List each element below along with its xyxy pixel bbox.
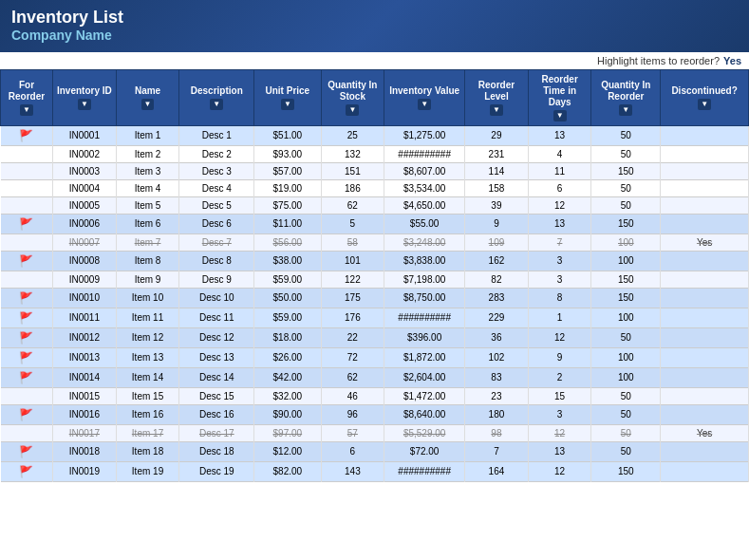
reorder-lvl-dropdown[interactable]: ▼ — [490, 104, 503, 116]
flag-icon: 🚩 — [19, 217, 33, 231]
quantity-in-stock: 57 — [321, 424, 384, 441]
flag-icon: 🚩 — [19, 371, 33, 384]
inventory-value: ########## — [384, 145, 465, 162]
table-row: IN0009Item 9Desc 9$59.00122$7,198.008231… — [1, 271, 749, 288]
reorder-days-dropdown[interactable]: ▼ — [553, 110, 567, 121]
quantity-in-stock: 96 — [321, 404, 384, 424]
flag-cell: 🚩 — [1, 441, 53, 461]
item-name: Item 11 — [116, 308, 179, 327]
unit-price: $50.00 — [254, 288, 321, 308]
reorder-days: 12 — [528, 327, 591, 347]
flag-cell: 🚩 — [1, 404, 53, 424]
qty-reorder-dropdown[interactable]: ▼ — [619, 104, 632, 116]
unit-price: $38.00 — [254, 251, 321, 271]
price-dropdown[interactable]: ▼ — [281, 99, 294, 110]
unit-price: $51.00 — [254, 125, 321, 145]
item-description: Desc 8 — [179, 251, 254, 271]
inventory-value: $3,248.00 — [384, 233, 465, 251]
table-row: 🚩IN0018Item 18Desc 18$12.006$72.0071350 — [1, 441, 749, 461]
inventory-id: IN0018 — [53, 441, 117, 461]
quantity-reorder: 50 — [591, 424, 661, 441]
col-header-inv-value: Inventory Value ▼ — [384, 70, 465, 126]
inventory-value: $1,472.00 — [384, 387, 465, 404]
discontinued-status: Yes — [661, 233, 749, 251]
item-name: Item 9 — [116, 271, 179, 288]
unit-price: $12.00 — [254, 441, 321, 461]
inventory-id: IN0002 — [53, 145, 117, 162]
flag-dropdown[interactable]: ▼ — [20, 104, 33, 116]
quantity-reorder: 50 — [591, 387, 661, 404]
quantity-reorder: 100 — [591, 367, 661, 387]
item-name: Item 13 — [116, 347, 179, 367]
item-name: Item 19 — [116, 461, 179, 481]
quantity-in-stock: 122 — [321, 271, 384, 288]
item-name: Item 6 — [116, 214, 179, 233]
inventory-id: IN0019 — [53, 461, 117, 481]
table-row: 🚩IN0011Item 11Desc 11$59.00176##########… — [1, 308, 749, 327]
inventory-id: IN0001 — [53, 125, 117, 145]
quantity-in-stock: 5 — [321, 214, 384, 233]
item-name: Item 15 — [116, 387, 179, 404]
item-name: Item 16 — [116, 404, 179, 424]
inventory-value: $3,838.00 — [384, 251, 465, 271]
discontinued-status — [661, 347, 749, 367]
discontinued-status — [661, 214, 749, 233]
quantity-in-stock: 6 — [321, 441, 384, 461]
item-name: Item 8 — [116, 251, 179, 271]
desc-dropdown[interactable]: ▼ — [210, 99, 223, 110]
discontinued-status — [661, 327, 749, 347]
reorder-days: 9 — [528, 347, 591, 367]
quantity-reorder: 50 — [591, 125, 661, 145]
reorder-level: 36 — [465, 327, 529, 347]
reorder-days: 6 — [528, 179, 591, 196]
reorder-level: 98 — [465, 424, 529, 441]
inventory-value: $1,275.00 — [384, 125, 465, 145]
quantity-in-stock: 151 — [321, 162, 384, 179]
unit-price: $93.00 — [254, 145, 321, 162]
table-row: IN0003Item 3Desc 3$57.00151$8,607.001141… — [1, 162, 749, 179]
inventory-value: ########## — [384, 308, 465, 327]
reorder-level: 23 — [465, 387, 529, 404]
col-header-qty-stock: Quantity In Stock ▼ — [321, 70, 384, 126]
unit-price: $56.00 — [254, 233, 321, 251]
flag-icon: 🚩 — [19, 331, 33, 345]
quantity-reorder: 150 — [591, 271, 661, 288]
id-dropdown[interactable]: ▼ — [78, 99, 91, 110]
quantity-reorder: 150 — [591, 162, 661, 179]
qty-stock-dropdown[interactable]: ▼ — [346, 104, 359, 116]
page-title: Inventory List — [11, 8, 738, 28]
inventory-value: $3,534.00 — [384, 179, 465, 196]
quantity-in-stock: 62 — [321, 196, 384, 214]
discontinued-dropdown[interactable]: ▼ — [698, 99, 711, 110]
quantity-reorder: 150 — [591, 461, 661, 481]
reorder-level: 109 — [465, 233, 529, 251]
item-description: Desc 19 — [179, 461, 254, 481]
unit-price: $82.00 — [254, 461, 321, 481]
inventory-value: $8,640.00 — [384, 404, 465, 424]
inventory-value: $396.00 — [384, 327, 465, 347]
quantity-in-stock: 132 — [321, 145, 384, 162]
inventory-id: IN0017 — [53, 424, 117, 441]
item-name: Item 3 — [116, 162, 179, 179]
item-description: Desc 15 — [179, 387, 254, 404]
reorder-level: 180 — [465, 404, 529, 424]
name-dropdown[interactable]: ▼ — [141, 99, 155, 110]
reorder-days: 13 — [528, 125, 591, 145]
item-name: Item 10 — [116, 288, 179, 308]
table-row: 🚩IN0016Item 16Desc 16$90.0096$8,640.0018… — [1, 404, 749, 424]
item-name: Item 18 — [116, 441, 179, 461]
flag-icon: 🚩 — [19, 311, 33, 325]
inventory-id: IN0015 — [53, 387, 117, 404]
unit-price: $32.00 — [254, 387, 321, 404]
reorder-level: 164 — [465, 461, 529, 481]
discontinued-status — [661, 162, 749, 179]
reorder-level: 29 — [465, 125, 529, 145]
reorder-level: 39 — [465, 196, 529, 214]
reorder-level: 231 — [465, 145, 529, 162]
reorder-level: 7 — [465, 441, 529, 461]
inv-value-dropdown[interactable]: ▼ — [418, 99, 431, 110]
discontinued-status — [661, 308, 749, 327]
quantity-reorder: 50 — [591, 179, 661, 196]
discontinued-status — [661, 441, 749, 461]
table-header-row: For Reorder ▼ Inventory ID ▼ Name ▼ Desc… — [1, 70, 749, 126]
